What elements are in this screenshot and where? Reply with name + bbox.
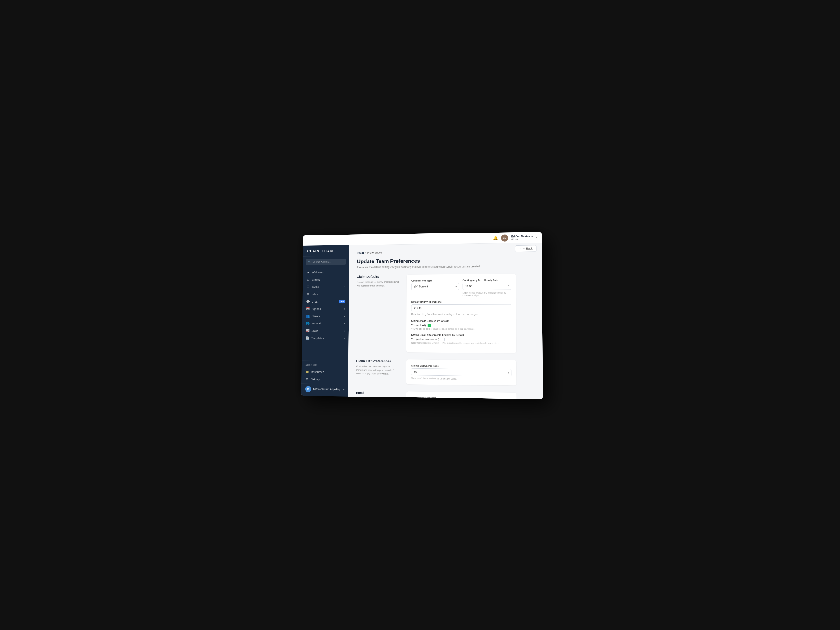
email-section-desc: Set the team email preferences including… bbox=[356, 396, 399, 399]
sidebar-item-sales[interactable]: 📈 Sales ▾ bbox=[302, 327, 349, 335]
sidebar-item-chat[interactable]: 💬 Chat Beta bbox=[302, 298, 349, 305]
claim-defaults-desc: Default settings for newly created claim… bbox=[357, 280, 400, 287]
nav-section: ★ Welcome ⊞ Claims ☰ Tasks ▾ ✉ Inbox � bbox=[302, 267, 349, 361]
sidebar-item-inbox[interactable]: ✉ Inbox bbox=[303, 291, 349, 298]
sales-icon: 📈 bbox=[306, 329, 309, 333]
sidebar-item-label: Sales bbox=[311, 329, 342, 332]
claim-list-form: Claims Shown Per Page 10 25 50 100 Numbe… bbox=[406, 359, 516, 385]
saving-email-group: Saving Email Attachments Enabled by Defa… bbox=[411, 333, 512, 344]
account-label: ACCOUNT bbox=[302, 364, 349, 368]
user-info: Eric'on Davisson Admin bbox=[511, 235, 533, 240]
contingency-fee-input[interactable] bbox=[463, 283, 511, 290]
avatar: ED bbox=[501, 234, 508, 241]
templates-icon: 📄 bbox=[306, 336, 309, 340]
contract-fee-label: Contract Fee Type bbox=[412, 279, 459, 282]
sidebar-item-label: Agenda bbox=[311, 307, 342, 310]
sidebar-item-claims[interactable]: ⊞ Claims bbox=[303, 276, 349, 283]
search-input[interactable] bbox=[313, 260, 344, 264]
saving-email-value: Yes (not recommended) bbox=[411, 338, 439, 341]
email-section-title: Email bbox=[356, 391, 399, 395]
claim-emails-checkbox[interactable]: ✓ bbox=[428, 324, 431, 327]
email-section-form: Team Email Signature B I S ≺/≻ T ❝ <> bbox=[406, 392, 517, 399]
breadcrumb-team[interactable]: Team bbox=[357, 251, 364, 254]
network-icon: 🌐 bbox=[306, 322, 309, 325]
breadcrumb-separator: / bbox=[365, 251, 366, 254]
top-bar-right: 🔔 ED Eric'on Davisson Admin ▾ bbox=[493, 234, 537, 242]
saving-email-checkbox[interactable] bbox=[441, 338, 445, 341]
claim-emails-value: Yes (default) bbox=[411, 324, 426, 327]
breadcrumb-current: Preferences bbox=[367, 251, 382, 254]
search-bar[interactable]: 🔍 bbox=[306, 259, 346, 265]
sidebar-item-tasks[interactable]: ☰ Tasks ▾ bbox=[303, 283, 349, 291]
beta-badge: Beta bbox=[339, 300, 345, 303]
claim-emails-label: Claim Emails Enabled by Default bbox=[411, 320, 511, 322]
chevron-icon: ▾ bbox=[344, 322, 345, 325]
spin-arrows: ▲ ▼ bbox=[508, 284, 510, 288]
saving-email-hint: Note this will capture EVERYTHING includ… bbox=[411, 342, 512, 344]
tasks-icon: ☰ bbox=[306, 285, 310, 289]
page-subtitle: These are the default settings for your … bbox=[357, 265, 516, 269]
page-title: Update Team Preferences bbox=[357, 257, 516, 264]
sidebar-item-network[interactable]: 🌐 Network ▾ bbox=[302, 320, 349, 327]
company-chevron: ▾ bbox=[343, 388, 344, 391]
company-name: Midstar Public Adjusting bbox=[313, 388, 341, 391]
agenda-icon: 📅 bbox=[306, 307, 309, 311]
claims-per-page-group: Claims Shown Per Page 10 25 50 100 Numbe… bbox=[411, 364, 512, 381]
back-arrow-icon: ← bbox=[519, 247, 522, 250]
chevron-icon: ▾ bbox=[344, 308, 345, 310]
hourly-rate-hint: Enter the billing fee without any format… bbox=[411, 313, 511, 316]
spin-down[interactable]: ▼ bbox=[508, 286, 510, 288]
sidebar-item-label: Chat bbox=[312, 300, 336, 303]
chevron-icon: ▾ bbox=[344, 330, 345, 332]
avatar-initials: ED bbox=[503, 236, 507, 239]
bell-icon[interactable]: 🔔 bbox=[493, 235, 498, 240]
claim-list-title: Claim List Preferences bbox=[356, 359, 399, 363]
hourly-rate-label: Default Hourly Billing Rate bbox=[411, 300, 511, 303]
claims-per-page-select[interactable]: 10 25 50 100 bbox=[411, 368, 512, 376]
logo: CLAIM TITAN bbox=[303, 245, 349, 257]
clients-icon: 👥 bbox=[306, 314, 309, 318]
hourly-rate-input[interactable] bbox=[411, 304, 511, 311]
main-content: Team / Preferences Update Team Preferenc… bbox=[348, 232, 543, 399]
contract-fee-row: Contract Fee Type (%) Percent Fixed Fee … bbox=[411, 279, 511, 297]
user-role: Admin bbox=[511, 238, 533, 240]
claims-per-page-hint: Number of claims to show by default per … bbox=[411, 377, 512, 381]
chevron-icon: ▾ bbox=[344, 315, 345, 317]
user-menu-chevron[interactable]: ▾ bbox=[536, 236, 537, 238]
sidebar-item-label: Inbox bbox=[312, 292, 345, 296]
claim-defaults-title: Claim Defaults bbox=[357, 275, 399, 278]
sidebar-item-label: Templates bbox=[311, 336, 342, 340]
sidebar: CLAIM TITAN 🔍 ★ Welcome ⊞ Claims ☰ Tasks… bbox=[301, 235, 349, 396]
sidebar-item-label: Claims bbox=[312, 278, 346, 281]
inbox-icon: ✉ bbox=[306, 292, 310, 296]
company-avatar: M bbox=[305, 386, 311, 392]
contingency-fee-hint: Enter the fee without any formatting suc… bbox=[463, 292, 511, 297]
contract-fee-select[interactable]: (%) Percent Fixed Fee Hourly Rate bbox=[412, 283, 459, 290]
claim-defaults-section: Claim Defaults Default settings for newl… bbox=[356, 274, 516, 353]
claim-emails-group: Claim Emails Enabled by Default Yes (def… bbox=[411, 320, 511, 330]
breadcrumb: Team / Preferences bbox=[357, 249, 516, 254]
claim-list-section: Claim List Preferences Customize the cla… bbox=[356, 359, 516, 386]
email-section: Email Set the team email preferences inc… bbox=[355, 391, 517, 399]
hourly-rate-group: Default Hourly Billing Rate Enter the bi… bbox=[411, 300, 511, 316]
back-button[interactable]: ← ← Back bbox=[515, 245, 536, 252]
sidebar-item-templates[interactable]: 📄 Templates ▾ bbox=[302, 334, 349, 342]
back-button-container: ← ← Back bbox=[515, 245, 536, 252]
chat-icon: 💬 bbox=[306, 300, 310, 303]
sidebar-item-clients[interactable]: 👥 Clients ▾ bbox=[302, 313, 349, 320]
sidebar-item-label: Tasks bbox=[312, 285, 342, 289]
sidebar-item-agenda[interactable]: 📅 Agenda ▾ bbox=[302, 305, 349, 313]
chevron-icon: ▾ bbox=[344, 337, 345, 339]
spin-up[interactable]: ▲ bbox=[508, 284, 510, 286]
sidebar-item-settings[interactable]: ⚙ Settings bbox=[302, 375, 348, 383]
sidebar-item-label: Settings bbox=[311, 377, 344, 381]
sidebar-item-welcome[interactable]: ★ Welcome bbox=[303, 268, 349, 276]
account-section: ACCOUNT 📁 Resources ⚙ Settings M Midstar… bbox=[301, 361, 349, 396]
contingency-fee-spin-wrapper: ▲ ▼ bbox=[463, 283, 511, 290]
chevron-icon: ▾ bbox=[344, 286, 345, 288]
claim-emails-hint: You will still be able to enable/disable… bbox=[411, 328, 511, 330]
claim-list-info: Claim List Preferences Customize the cla… bbox=[356, 359, 399, 384]
company-row[interactable]: M Midstar Public Adjusting ▾ bbox=[301, 384, 348, 395]
sidebar-item-resources[interactable]: 📁 Resources bbox=[302, 368, 348, 376]
grid-icon: ⊞ bbox=[306, 278, 310, 281]
